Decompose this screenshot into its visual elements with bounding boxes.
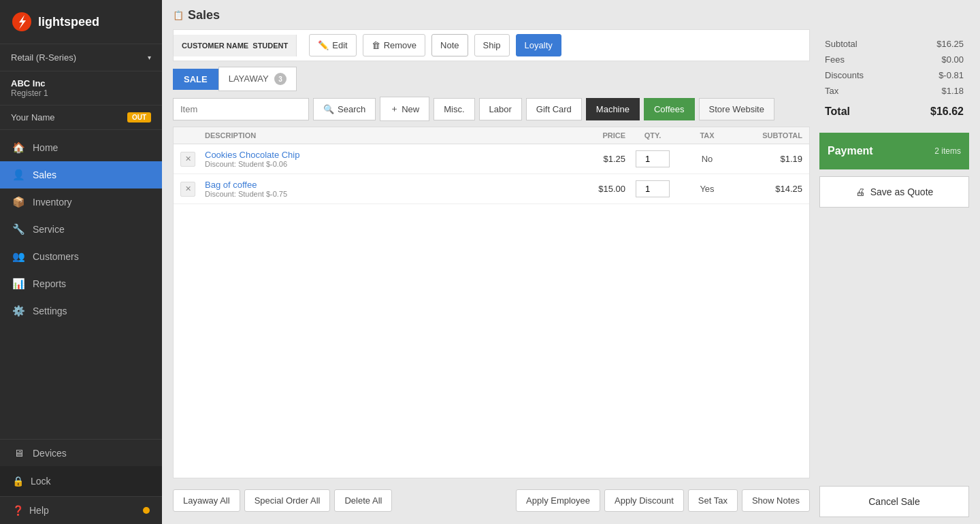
row1-tax: No [680,154,734,164]
row2-tax: Yes [680,184,734,194]
row1-item-name[interactable]: Cookies Chocolate Chip [205,150,557,160]
fees-row: Fees $0.00 [819,52,969,67]
edit-label: Edit [332,40,347,50]
labor-button[interactable]: Labor [479,98,522,120]
reports-icon: 📊 [12,278,24,290]
table-header: DESCRIPTION PRICE QTY. TAX SUBTOTAL [174,127,809,144]
col-price: PRICE [557,131,625,140]
row1-discount: Discount: Student $-0.06 [205,160,557,168]
nav-label-customers: Customers [33,251,79,262]
col-qty: QTY. [625,131,680,140]
total-label: Total [825,105,850,118]
customer-bar: CUSTOMER NAME STUDENT ✏️ Edit 🗑 Remove N… [173,29,810,61]
new-item-button[interactable]: ＋ New [380,97,429,121]
settings-icon: ⚙️ [12,305,24,317]
sidebar-item-settings[interactable]: ⚙️ Settings [0,297,162,325]
tab-layaway[interactable]: LAYAWAY 3 [218,67,297,91]
row2-item-name[interactable]: Bag of coffee [205,180,557,190]
right-panel: Subtotal $16.25 Fees $0.00 Discounts $-0… [819,29,969,517]
delete-row1-button[interactable]: ✕ [180,152,195,167]
delete-all-button[interactable]: Delete All [334,489,392,512]
item-search-input[interactable] [173,98,309,120]
register-label: Register 1 [11,88,151,98]
store-name: ABC Inc [11,78,151,88]
nav-label-service: Service [33,224,65,235]
logo-area: lightspeed [0,0,162,44]
row1-qty-input[interactable] [636,150,670,167]
nav-label-settings: Settings [33,306,67,316]
store-selector[interactable]: Retail (R-Series) ▾ [0,44,162,71]
subtotal-label: Subtotal [825,39,858,49]
remove-customer-button[interactable]: 🗑 Remove [363,34,425,56]
special-order-all-button[interactable]: Special Order All [244,489,331,512]
loyalty-label: Loyalty [525,40,553,50]
edit-customer-button[interactable]: ✏️ Edit [309,34,356,56]
show-notes-button[interactable]: Show Notes [742,489,810,512]
apply-discount-button[interactable]: Apply Discount [604,489,684,512]
table-row: ✕ Cookies Chocolate Chip Discount: Stude… [174,144,809,174]
tabs-bar: SALE LAYAWAY 3 [173,67,810,91]
row2-delete-cell: ✕ [180,182,205,197]
help-row: ❓ Help [0,496,162,524]
layaway-all-button[interactable]: Layaway All [173,489,240,512]
cancel-sale-button[interactable]: Cancel Sale [819,486,969,517]
col-tax: TAX [680,131,734,140]
help-icon: ❓ [12,505,24,516]
row1-description: Cookies Chocolate Chip Discount: Student… [205,150,557,168]
customer-value: STUDENT [252,42,288,50]
sidebar-item-reports[interactable]: 📊 Reports [0,270,162,297]
coffees-button[interactable]: Coffees [644,98,695,120]
ship-button[interactable]: Ship [474,34,510,56]
payment-items-count: 2 items [934,146,961,156]
sidebar-item-devices[interactable]: 🖥 Devices [0,440,162,466]
save-quote-label: Save as Quote [870,186,934,197]
search-icon: 🔍 [323,104,334,114]
search-label: Search [338,104,365,114]
devices-icon: 🖥 [12,447,24,459]
user-row: Your Name OUT [0,105,162,130]
machine-button[interactable]: Machine [586,98,640,120]
nav-label-reports: Reports [33,278,66,289]
help-button[interactable]: ❓ Help [12,505,49,516]
row1-price: $1.25 [557,154,625,164]
loyalty-button[interactable]: Loyalty [516,34,561,56]
save-quote-button[interactable]: 🖨 Save as Quote [819,176,969,208]
sales-icon: 👤 [12,169,24,181]
inventory-icon: 📦 [12,196,24,208]
sidebar-item-inventory[interactable]: 📦 Inventory [0,189,162,216]
nav-items: 🏠 Home 👤 Sales 📦 Inventory 🔧 Service 👥 C… [0,130,162,439]
set-tax-button[interactable]: Set Tax [688,489,738,512]
chevron-down-icon: ▾ [148,54,151,61]
sidebar-item-customers[interactable]: 👥 Customers [0,243,162,270]
summary-box: Subtotal $16.25 Fees $0.00 Discounts $-0… [819,29,969,129]
note-button[interactable]: Note [431,34,468,56]
row2-price: $15.00 [557,184,625,194]
apply-employee-button[interactable]: Apply Employee [516,489,600,512]
tax-row: Tax $1.18 [819,83,969,99]
misc-button[interactable]: Misc. [434,98,474,120]
search-button[interactable]: 🔍 Search [313,98,376,120]
row2-subtotal: $14.25 [734,184,802,194]
lock-button[interactable]: 🔒 Lock [0,466,162,496]
delete-row2-button[interactable]: ✕ [180,182,195,197]
total-value: $16.62 [930,105,964,118]
row2-qty-input[interactable] [636,180,670,197]
gift-card-button[interactable]: Gift Card [526,98,582,120]
discounts-row: Discounts $-0.81 [819,67,969,83]
nav-label-home: Home [33,142,58,153]
tab-sale[interactable]: SALE [173,69,218,90]
customer-label: CUSTOMER NAME [182,42,252,50]
store-website-button[interactable]: Store Website [699,98,774,120]
remove-label: Remove [384,40,416,50]
sidebar-item-service[interactable]: 🔧 Service [0,216,162,243]
sidebar-item-home[interactable]: 🏠 Home [0,134,162,161]
save-quote-icon: 🖨 [855,186,865,197]
sidebar-item-sales[interactable]: 👤 Sales [0,161,162,189]
payment-button[interactable]: Payment 2 items [819,133,969,169]
tax-label: Tax [825,86,838,96]
col-description: DESCRIPTION [205,131,557,140]
sidebar: lightspeed Retail (R-Series) ▾ ABC Inc R… [0,0,162,524]
lock-label: Lock [31,476,51,487]
nav-label-inventory: Inventory [33,197,72,208]
customer-actions: ✏️ Edit 🗑 Remove Note Ship Loyalty [301,30,567,61]
